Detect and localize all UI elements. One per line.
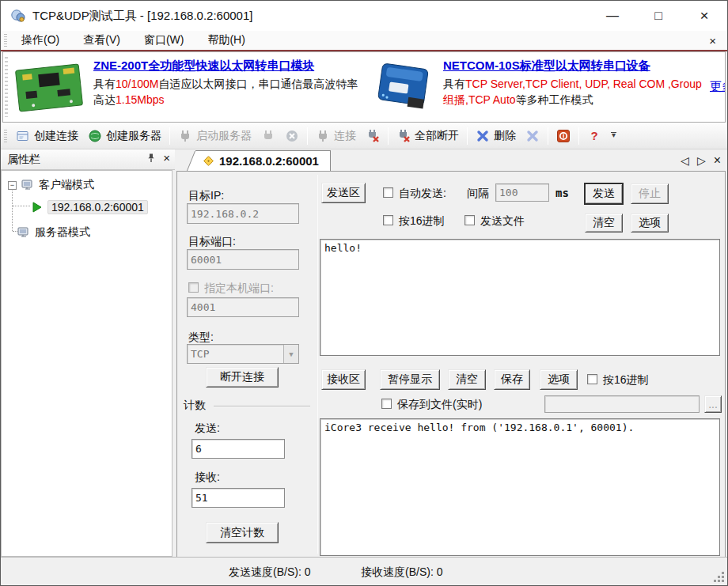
tree-item-client-mode[interactable]: − 客户端模式 xyxy=(8,177,94,193)
type-select: TCP ▼ xyxy=(187,344,299,364)
ad-zne-desc: 具有 xyxy=(93,78,116,90)
server-mode-label: 服务器模式 xyxy=(35,225,90,240)
toolbar-separator xyxy=(548,127,548,145)
new-connection-icon xyxy=(16,129,30,143)
send-speed-label: 发送速度(B/S): xyxy=(229,565,301,578)
ad-netcom-link[interactable]: NETCOM-10S标准型以太网转串口设备 xyxy=(443,57,650,74)
netcom-device-image xyxy=(373,62,435,112)
disconnect-all-label: 全部断开 xyxy=(415,129,459,143)
send-file-label: 发送文件 xyxy=(480,214,525,229)
send-zone-button[interactable]: 发送区 xyxy=(321,183,366,203)
pause-display-button[interactable]: 暂停显示 xyxy=(380,369,440,390)
computer-icon xyxy=(21,179,34,191)
panel-close-icon[interactable]: × xyxy=(163,153,170,164)
tree-item-server-mode[interactable]: 服务器模式 xyxy=(17,225,90,240)
ad-netcom-desc2: 等多种工作模式 xyxy=(516,93,593,106)
stop-server-icon xyxy=(261,129,275,143)
start-server-button: 启动服务器 xyxy=(174,127,256,146)
properties-panel-header: 属性栏 × xyxy=(1,149,175,170)
mdi-close-button[interactable]: × xyxy=(709,34,716,47)
menu-view[interactable]: 查看(V) xyxy=(74,32,130,49)
status-bar: 发送速度(B/S): 0 接收速度(B/S): 0 xyxy=(1,557,727,585)
connection-tree: − 客户端模式 192.168.0.2:60001 xyxy=(1,170,173,557)
banner-grip xyxy=(5,57,8,117)
target-ip-label: 目标IP: xyxy=(188,189,224,203)
title-bar: TCP&UDP测试工具 - [192.168.0.2:60001] — □ × xyxy=(1,1,727,31)
create-connection-button[interactable]: 创建连接 xyxy=(12,127,82,146)
exit-button[interactable] xyxy=(552,127,574,146)
create-server-label: 创建服务器 xyxy=(106,129,161,143)
tab-close-icon[interactable]: × xyxy=(714,153,721,168)
sent-count-label: 发送: xyxy=(195,422,220,436)
menu-window[interactable]: 窗口(W) xyxy=(135,32,194,49)
ad-zne-desc-red1: 10/100M xyxy=(116,78,158,90)
toolbar-overflow-button[interactable]: ▾ xyxy=(611,132,616,139)
tree-item-connection[interactable]: 192.168.0.2:60001 xyxy=(32,199,148,215)
minimize-button[interactable]: — xyxy=(590,1,635,31)
disconnect-all-icon xyxy=(396,129,411,143)
receive-clear-button[interactable]: 清空 xyxy=(448,369,486,390)
receive-text-area[interactable]: iCore3 receive hello! from ('192.168.0.1… xyxy=(320,418,720,556)
ad-zne-link[interactable]: ZNE-200T全功能型快速以太网转串口模块 xyxy=(93,57,314,74)
window-title: TCP&UDP测试工具 - [192.168.0.2:60001] xyxy=(32,9,252,24)
connect-label: 连接 xyxy=(334,129,356,143)
properties-panel-title: 属性栏 xyxy=(7,153,40,167)
local-port-field xyxy=(187,297,299,317)
tab-connection[interactable]: 192.168.0.2:60001 xyxy=(195,150,331,171)
disconnect-icon xyxy=(366,129,380,143)
tab-prev-icon[interactable]: ◁ xyxy=(681,154,689,167)
send-hex-checkbox[interactable] xyxy=(383,215,393,225)
start-server-icon xyxy=(178,129,192,143)
type-value: TCP xyxy=(191,348,209,360)
disconnect-connection-button[interactable]: 断开连接 xyxy=(206,367,279,388)
send-button[interactable]: 发送 xyxy=(585,183,623,204)
delete-button[interactable]: 删除 xyxy=(472,127,520,146)
tab-next-icon[interactable]: ▷ xyxy=(697,154,706,167)
app-icon xyxy=(10,8,26,24)
create-connection-label: 创建连接 xyxy=(34,129,78,143)
menu-operation[interactable]: 操作(O) xyxy=(12,32,69,49)
clear-counter-button[interactable]: 清空计数 xyxy=(206,522,279,543)
send-speed-value: 0 xyxy=(305,565,311,578)
received-count-label: 接收: xyxy=(195,471,220,485)
help-button[interactable]: ? xyxy=(583,127,605,146)
zne-module-image xyxy=(13,59,85,115)
more-link[interactable]: 更多 xyxy=(710,79,726,94)
receive-hex-checkbox[interactable] xyxy=(587,374,597,384)
panel-divider xyxy=(317,175,318,554)
send-file-checkbox[interactable] xyxy=(464,215,475,225)
receive-options-button[interactable]: 选项 xyxy=(540,369,578,390)
save-button[interactable]: 保存 xyxy=(494,369,530,390)
collapse-expander-icon[interactable]: − xyxy=(8,181,17,190)
toolbar-separator xyxy=(307,127,308,145)
sent-count-field[interactable] xyxy=(191,439,285,459)
delete-all-icon xyxy=(525,129,540,143)
diamond-icon xyxy=(203,155,214,167)
pin-icon[interactable] xyxy=(146,153,157,164)
create-server-button[interactable]: 创建服务器 xyxy=(84,127,165,146)
auto-send-checkbox[interactable] xyxy=(383,187,393,198)
delete-all-button xyxy=(521,127,544,146)
disconnect-button[interactable] xyxy=(362,127,384,146)
disconnect-all-button[interactable]: 全部断开 xyxy=(392,127,463,146)
send-options-button[interactable]: 选项 xyxy=(631,214,669,233)
stop-icon xyxy=(556,129,571,143)
received-count-field[interactable] xyxy=(191,488,285,508)
maximize-button[interactable]: □ xyxy=(635,1,681,31)
window-controls: — □ × xyxy=(590,1,727,31)
start-server-label: 启动服务器 xyxy=(196,129,252,143)
close-button[interactable]: × xyxy=(681,1,727,31)
cancel-circle-icon xyxy=(285,129,299,143)
ad-netcom-desc: 具有 xyxy=(443,78,465,90)
tab-bar: 192.168.0.2:60001 ◁ ▷ × xyxy=(175,149,727,171)
receive-hex-label: 按16进制 xyxy=(603,373,649,388)
app-window: TCP&UDP测试工具 - [192.168.0.2:60001] — □ × … xyxy=(0,0,728,586)
send-clear-button[interactable]: 清空 xyxy=(585,214,623,233)
receive-zone-button[interactable]: 接收区 xyxy=(321,369,366,390)
menu-help[interactable]: 帮助(H) xyxy=(198,32,254,49)
send-text-area[interactable]: hello! xyxy=(320,239,720,356)
ad-banner: ZNE-200T全功能型快速以太网转串口模块 具有10/100M自适应以太网接口… xyxy=(2,51,726,123)
resize-grip[interactable] xyxy=(714,572,725,583)
connect-icon xyxy=(316,129,330,143)
save-to-file-checkbox[interactable] xyxy=(381,399,392,409)
